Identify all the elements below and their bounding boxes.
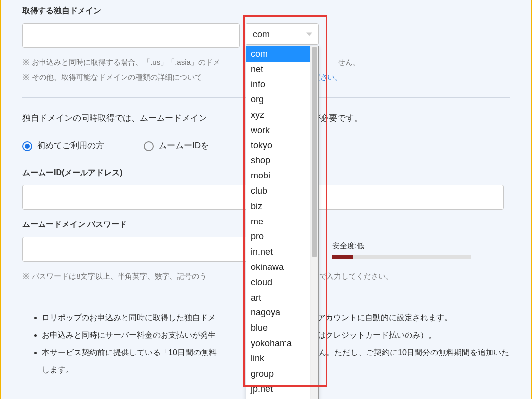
- tld-select-wrap: com comnetinfoorgxyzworktokyoshopmobiclu…: [246, 23, 319, 45]
- domain-section-title: 取得する独自ドメイン: [22, 4, 510, 18]
- tld-option[interactable]: com: [246, 46, 310, 62]
- strength-label: 安全度:低: [332, 239, 471, 252]
- password-strength: 安全度:低: [332, 239, 471, 259]
- tld-option[interactable]: dev: [246, 397, 310, 399]
- tld-select[interactable]: com: [246, 23, 319, 45]
- radio-has-id-label: ムームーIDを: [159, 138, 209, 154]
- tld-option[interactable]: org: [246, 92, 310, 107]
- tld-dropdown[interactable]: comnetinfoorgxyzworktokyoshopmobiclubbiz…: [246, 46, 319, 399]
- tld-option[interactable]: blue: [246, 320, 310, 336]
- tld-option[interactable]: mobi: [246, 168, 310, 183]
- tld-option[interactable]: nagoya: [246, 305, 310, 320]
- domain-input-row: com comnetinfoorgxyzworktokyoshopmobiclu…: [22, 23, 510, 48]
- radio-first-time[interactable]: 初めてご利用の方: [22, 138, 104, 154]
- note-line1-post: せん。: [338, 58, 360, 66]
- pw-note-pre: ※ パスワードは8文字以上、半角英字、数字、記号のう: [22, 272, 206, 280]
- tld-option[interactable]: in.net: [246, 244, 310, 260]
- intro-post: が必要です。: [312, 113, 363, 123]
- tld-option[interactable]: info: [246, 77, 310, 92]
- tld-option[interactable]: art: [246, 290, 310, 306]
- tld-dropdown-items: comnetinfoorgxyzworktokyoshopmobiclubbiz…: [246, 46, 310, 399]
- tld-option[interactable]: cloud: [246, 275, 310, 290]
- tld-option[interactable]: shop: [246, 153, 310, 168]
- tld-option[interactable]: club: [246, 183, 310, 199]
- tld-option[interactable]: jp.net: [246, 381, 310, 397]
- bullet1-pre: ロリポップのお申込みと同時に取得した独自ドメ: [42, 313, 216, 322]
- tld-option[interactable]: group: [246, 366, 310, 382]
- bullet3-pre: 本サービス契約前に提供している「10日間の無料: [42, 348, 217, 356]
- strength-value: 低: [357, 241, 364, 250]
- tld-option[interactable]: pro: [246, 229, 310, 244]
- strength-label-prefix: 安全度:: [332, 241, 357, 250]
- tld-option[interactable]: net: [246, 62, 310, 77]
- radio-icon-unchecked: [144, 141, 154, 151]
- intro-pre: 独自ドメインの同時取得では、ムームードメイン: [22, 113, 207, 123]
- note-line1-pre: ※ お申込みと同時に取得する場合、「.us」「.asia」のドメ: [22, 58, 220, 66]
- tld-option[interactable]: biz: [246, 199, 310, 214]
- radio-first-time-label: 初めてご利用の方: [37, 138, 104, 154]
- radio-icon-checked: [22, 141, 32, 151]
- tld-option[interactable]: okinawa: [246, 260, 310, 275]
- strength-bar: [332, 255, 471, 259]
- bullet2-pre: お申込みと同時にサーバー料金のお支払いが発生: [42, 331, 216, 339]
- radio-has-id[interactable]: ムームーIDを: [144, 138, 209, 154]
- tld-selected-value: com: [253, 26, 270, 42]
- tld-option[interactable]: tokyo: [246, 138, 310, 153]
- domain-name-input[interactable]: [22, 23, 240, 48]
- tld-option[interactable]: yokohama: [246, 336, 310, 351]
- tld-option[interactable]: me: [246, 214, 310, 229]
- bullet1-post: のアカウントに自動的に設定されます。: [310, 313, 452, 322]
- tld-option[interactable]: work: [246, 123, 310, 138]
- page: 取得する独自ドメイン com comnetinfoorgxyzworktokyo…: [0, 0, 532, 399]
- bullet2-post: 法はクレジットカード払いのみ）。: [310, 331, 436, 339]
- tld-option[interactable]: xyz: [246, 107, 310, 123]
- dropdown-scrollbar[interactable]: [310, 46, 318, 399]
- tld-option[interactable]: link: [246, 351, 310, 366]
- scrollbar-thumb[interactable]: [312, 47, 317, 257]
- note-line2-pre: ※ その他、取得可能なドメインの種類の詳細について: [22, 73, 202, 81]
- strength-bar-fill: [332, 255, 353, 259]
